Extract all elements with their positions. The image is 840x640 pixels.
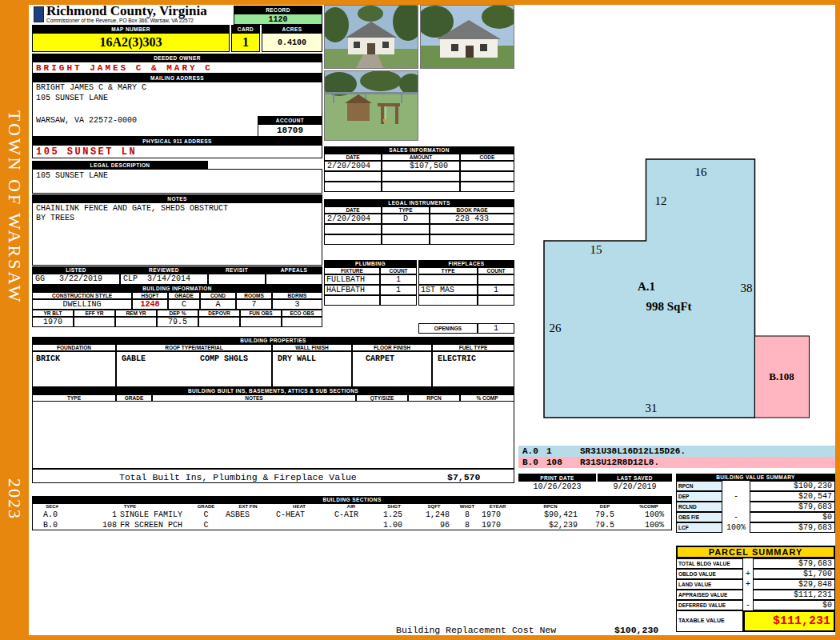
remyr-header: REM YR <box>115 310 157 317</box>
taxable-label: TAXABLE VALUE <box>676 610 743 632</box>
construction-style-value: DWELLING <box>32 299 132 310</box>
sketch-code-b-code: R31SU12R8D12L8. <box>580 458 659 467</box>
fireplaces-header-row: TYPE COUNT <box>418 267 514 274</box>
bvs-row: OBS F/E - $0 <box>676 512 835 522</box>
sales-amount <box>382 171 460 182</box>
yrblt-value: 1970 <box>32 317 74 327</box>
funobs-header: FUN OBS <box>240 310 282 317</box>
grade-header: GRADE <box>168 292 200 299</box>
total-bldg-sign <box>743 558 753 569</box>
sketch-dim-top: 16 <box>695 166 708 178</box>
sales-code <box>460 171 514 182</box>
parcel-row: OBLDG VALUE + $1,700 <box>676 569 835 579</box>
deeded-owner-label: DEEDED OWNER <box>32 54 322 62</box>
section-sec: B.0 <box>32 521 72 530</box>
last-saved-label: LAST SAVED <box>598 474 672 482</box>
yrblt-header: YR BLT <box>32 310 74 317</box>
map-number-label: MAP NUMBER <box>32 25 230 33</box>
instruments-row: 2/20/2004 D 228 433 <box>324 214 514 224</box>
built-ins-type-header: TYPE <box>32 394 116 402</box>
plumbing-fixture: FULLBATH <box>324 274 380 285</box>
instrument-type <box>382 234 430 245</box>
built-ins-total-row: Total Built Ins, Plumbing & Fireplace Va… <box>32 469 514 483</box>
obldg-value: $1,700 <box>753 569 835 579</box>
openings-row: OPENINGS 1 <box>418 323 514 334</box>
roof-header: ROOF TYPE/MATERIAL <box>116 344 272 351</box>
county-seal-icon <box>34 6 44 22</box>
sales-code-header: CODE <box>460 154 514 161</box>
deeded-owner-value: BRIGHT JAMES C & MARY C <box>32 62 322 74</box>
bvs-obs-sign: - <box>722 512 750 522</box>
appraised-value: $111,231 <box>753 590 835 600</box>
sales-amount: $107,500 <box>382 161 460 171</box>
review-value-row: GG 3/22/2019 CLP 3/14/2014 <box>32 274 322 285</box>
ecoobs-header: ECO OBS <box>282 310 322 317</box>
bvs-rpcn-label: RPCN <box>676 481 722 491</box>
map-number-value: 16A2(3)303 <box>32 33 230 52</box>
plumbing-row <box>324 295 417 306</box>
heat-header: HEAT <box>272 503 326 510</box>
total-bldg-value: $79,683 <box>753 558 835 569</box>
taxable-value: $111,231 <box>743 610 835 632</box>
sketch-code-row-a: A.0 1 SR31U38L16D12L15D26. <box>518 446 835 457</box>
instrument-date <box>324 234 382 245</box>
print-date-value: 10/26/2023 <box>518 482 596 492</box>
roof-value: GABLECOMP SHGLS <box>116 351 272 387</box>
legal-instruments-title: LEGAL INSTRUMENTS <box>324 199 514 206</box>
legal-description-label: LEGAL DESCRIPTION <box>32 161 208 169</box>
record-value: 1120 <box>234 14 322 25</box>
deferred-value: $0 <box>753 600 835 610</box>
total-bldg-label: TOTAL BLDG VALUE <box>676 558 743 569</box>
instruments-row <box>324 234 514 245</box>
section-type: SINGLE FAMILY <box>120 510 188 519</box>
fireplace-type <box>418 274 478 285</box>
section-sqft: 1,248 <box>412 510 456 519</box>
card-value: 1 <box>231 33 260 52</box>
county-title: Richmond County, Virginia <box>46 3 207 19</box>
bvs-row: DEP - $20,547 <box>676 491 835 502</box>
effyr-value <box>74 317 115 327</box>
building-sketch: 16 12 15 38 26 31 A.1 998 SqFt B.108 <box>518 146 835 445</box>
building-properties-value-row: BRICK GABLECOMP SHGLS DRY WALL CARPET EL… <box>32 351 514 387</box>
bvs-rclnd-sign <box>722 502 750 512</box>
mailing-line-3: WARSAW, VA 22572-0000 <box>36 117 137 125</box>
deferred-label: DEFERRED VALUE <box>676 600 743 610</box>
plumbing-count: 1 <box>380 274 417 285</box>
instrument-book <box>430 224 514 234</box>
effyr-header: EFF YR <box>74 310 115 317</box>
property-record-card: TOWN OF WARSAW 2023 Richmond County, Vir… <box>0 0 840 640</box>
floor-finish-header: FLOOR FINISH <box>352 344 432 351</box>
listed-label: LISTED <box>32 266 120 274</box>
building-info-value-row-1: DWELLING 1248 C A 7 3 <box>32 299 322 310</box>
rooms-header: ROOMS <box>236 292 272 299</box>
instruments-header-row: DATE TYPE BOOK PAGE <box>324 206 514 214</box>
replacement-cost-label: Building Replacement Cost New <box>396 625 556 635</box>
plumbing-row: HALFBATH 1 <box>324 285 417 295</box>
section-extfin: ASBES <box>224 510 272 519</box>
instrument-date: 2/20/2004 <box>324 214 382 224</box>
legal-description-value: 105 SUNSET LANE <box>33 170 322 180</box>
built-ins-total-label: Total Built Ins, Plumbing & Fireplace Va… <box>119 472 357 482</box>
sketch-code-b-num: 108 <box>546 458 580 467</box>
sketch-dim-mid: 15 <box>590 243 602 256</box>
section-whgt: 8 <box>456 510 478 519</box>
sales-amount-header: AMOUNT <box>382 154 460 161</box>
depovr-header: DEPOVR <box>198 310 240 317</box>
building-properties-title: BUILDING PROPERTIES <box>32 337 514 344</box>
revisit-label: REVISIT <box>208 266 266 274</box>
ecoobs-value <box>282 317 322 327</box>
grade-col-header: GRADE <box>188 503 224 510</box>
notes-label: NOTES <box>32 194 322 202</box>
fireplaces-count-header: COUNT <box>478 267 514 274</box>
land-sign: + <box>743 579 753 590</box>
print-date-label: PRINT DATE <box>518 474 596 482</box>
account-label: ACCOUNT <box>258 116 322 124</box>
section-dep: 79.5 <box>584 510 626 519</box>
fuel-type-header: FUEL TYPE <box>432 344 514 351</box>
eyear-header: EYEAR <box>478 503 517 510</box>
rooms-value: 7 <box>236 299 272 310</box>
bvs-rclnd-value: $79,683 <box>750 502 835 512</box>
bdrms-value: 3 <box>272 299 322 310</box>
bvs-rpcn-value: $100,230 <box>750 481 835 491</box>
hsqft-header: HSQFT <box>132 292 168 299</box>
